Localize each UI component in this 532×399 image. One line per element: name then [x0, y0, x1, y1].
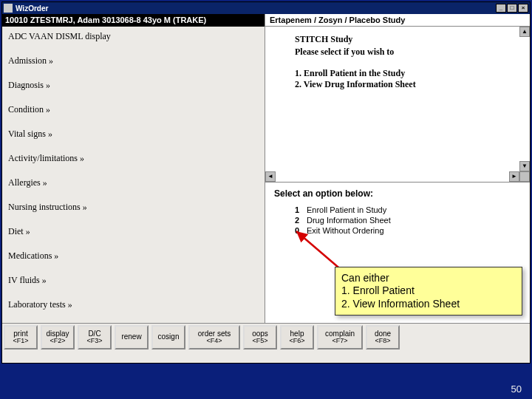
study-list-item: 1. Enroll Patient in the Study [295, 68, 500, 79]
option-number: 1 [292, 205, 299, 214]
menu-item[interactable]: Admission » [2, 51, 265, 71]
app-icon [4, 4, 13, 13]
menu-item[interactable]: Diet » [2, 222, 265, 242]
titlebar: WizOrder _ □ × [2, 2, 530, 14]
study-info-pane: Ertapenem / Zosyn / Placebo Study STITCH… [265, 14, 530, 183]
right-panel: Ertapenem / Zosyn / Placebo Study STITCH… [265, 14, 530, 323]
fn-cosign-button[interactable]: cosign [151, 325, 185, 349]
fn-done-button[interactable]: done<F8> [366, 325, 400, 349]
fn-complain-button[interactable]: complain<F7> [317, 325, 363, 349]
left-panel: 10010 ZTESTMRJ, Adam 3013068-8 43yo M (T… [2, 14, 265, 323]
study-header: Ertapenem / Zosyn / Placebo Study [265, 14, 530, 27]
menu-item[interactable]: Diagnosis » [2, 75, 265, 95]
menu-item[interactable]: Activity/limitations » [2, 149, 265, 168]
menu-item[interactable]: IV fluids » [2, 270, 265, 290]
order-category-list: ADC VAAN DISML display Admission » Diagn… [2, 27, 265, 323]
option-row[interactable]: 1 Enroll Patient in Study [292, 205, 530, 215]
callout-line: Can either [341, 272, 516, 285]
menu-item[interactable]: Vital signs » [2, 124, 265, 144]
annotation-callout: Can either 1. Enroll Patient 2. View Inf… [335, 267, 522, 316]
app-window: WizOrder _ □ × 10010 ZTESTMRJ, Adam 3013… [1, 1, 531, 364]
slide-number: 50 [511, 383, 522, 395]
scroll-right-icon[interactable]: ► [509, 171, 519, 182]
menu-item[interactable]: Medications » [2, 246, 265, 266]
menu-item[interactable]: Radiographic studies [2, 319, 265, 323]
close-button[interactable]: × [518, 4, 528, 13]
fn-oops-button[interactable]: oops<F5> [243, 325, 277, 349]
fn-display-button[interactable]: display<F2> [41, 325, 75, 349]
callout-line: 2. View Information Sheet [341, 298, 516, 311]
patient-header: 10010 ZTESTMRJ, Adam 3013068-8 43yo M (T… [2, 14, 265, 27]
fn-dc-button[interactable]: D/C<F3> [78, 325, 112, 349]
study-list-item: 2. View Drug Information Sheet [295, 79, 500, 90]
fn-ordersets-button[interactable]: order sets<F4> [188, 325, 240, 349]
window-title: WizOrder [16, 4, 496, 13]
menu-item[interactable]: Allergies » [2, 173, 265, 193]
minimize-button[interactable]: _ [496, 4, 506, 13]
fn-help-button[interactable]: help<F6> [280, 325, 314, 349]
maximize-button[interactable]: □ [507, 4, 517, 13]
option-label: Enroll Patient in Study [307, 205, 386, 214]
function-key-bar: print<F1> display<F2> D/C<F3> renew cosi… [2, 323, 530, 351]
scroll-left-icon[interactable]: ◄ [265, 171, 276, 182]
menu-item[interactable]: Condition » [2, 100, 265, 120]
option-select-pane: Select an option below: 1 Enroll Patient… [265, 183, 530, 323]
scroll-down-icon[interactable]: ▼ [519, 161, 530, 171]
callout-line: 1. Enroll Patient [341, 284, 516, 298]
scroll-up-icon[interactable]: ▲ [519, 27, 530, 37]
select-prompt: Select an option below: [265, 183, 530, 202]
scroll-corner-icon [519, 171, 530, 182]
menu-item[interactable]: Laboratory tests » [2, 295, 265, 315]
study-subtitle: STITCH Study [295, 34, 500, 45]
menu-item[interactable]: Nursing instructions » [2, 197, 265, 217]
menu-item[interactable]: ADC VAAN DISML display [2, 27, 265, 47]
fn-print-button[interactable]: print<F1> [4, 325, 38, 349]
fn-renew-button[interactable]: renew [115, 325, 149, 349]
study-prompt: Please select if you wish to [295, 47, 500, 58]
